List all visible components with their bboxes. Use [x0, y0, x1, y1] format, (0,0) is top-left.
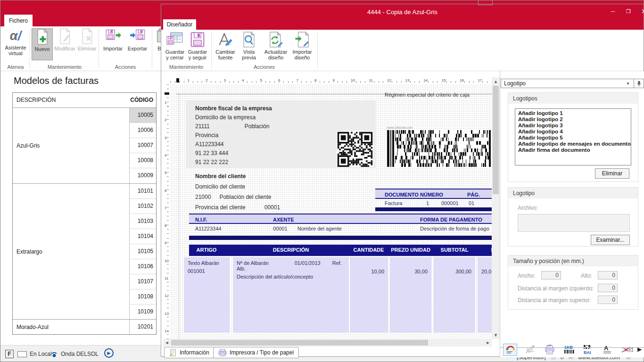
- model-code-cell[interactable]: 10007: [130, 138, 156, 153]
- examinar-button[interactable]: Examinar...: [591, 235, 630, 245]
- pin-button[interactable]: [634, 79, 644, 88]
- logotipo-list-item[interactable]: Añadir firma del documento: [518, 147, 631, 153]
- f-badge[interactable]: F: [5, 350, 14, 358]
- logotipo-list-item[interactable]: Añadir logotipo de mensajes en documento…: [518, 141, 631, 147]
- doc-table-row[interactable]: Factura 1 000001 01: [375, 200, 492, 207]
- design-canvas[interactable]: Nombre fiscal de la empresa Domicilio de…: [170, 84, 492, 339]
- play-button[interactable]: ▶: [104, 348, 114, 358]
- model-code-cell[interactable]: 10008: [130, 153, 156, 168]
- logotipos-group: Logotipos Añadir logotipo 1Añadir logoti…: [508, 92, 638, 182]
- font-tool[interactable]: A: [600, 344, 614, 356]
- size-position-group: Tamaño y posición (en mm.) Ancho: 0 Alto…: [508, 255, 638, 310]
- vertical-scrollbar[interactable]: ▲ ▼: [492, 77, 500, 339]
- dist-sup-input[interactable]: 0: [598, 296, 618, 304]
- restore-button[interactable]: ❐: [621, 4, 636, 18]
- asistente-virtual-button[interactable]: α/ Asistentevirtual: [3, 28, 28, 56]
- scroll-down-icon[interactable]: ▼: [492, 331, 500, 339]
- doc-table-header[interactable]: DOCUMENTO NÚMERO PÁG.: [375, 189, 492, 199]
- barcode-2d[interactable]: [387, 130, 492, 167]
- horizontal-scroll-thumb[interactable]: [171, 340, 428, 346]
- items-col-dto[interactable]: 20,00: [478, 257, 492, 333]
- column-header-descripcion[interactable]: DESCRIPCIÓN: [17, 93, 56, 107]
- qr-code[interactable]: [337, 131, 373, 167]
- company-name: Nombre fiscal de la empresa: [195, 104, 376, 113]
- vista-previa-button[interactable]: Vistaprevia: [237, 32, 261, 60]
- importar-diseno-button[interactable]: Importardiseño: [289, 32, 316, 60]
- nif-table-row[interactable]: A11223344 00001 Nombre del agente Descri…: [189, 226, 492, 232]
- barcode-1kb-tool[interactable]: 1KB: [562, 344, 577, 356]
- horizontal-scrollbar[interactable]: ◄ ►: [163, 339, 492, 346]
- model-code-cell[interactable]: 10005: [130, 108, 156, 123]
- archivo-field[interactable]: [518, 214, 630, 232]
- model-code-cell[interactable]: 10106: [130, 259, 156, 274]
- model-description-cell[interactable]: Morado-Azul: [13, 320, 130, 334]
- items-table-header[interactable]: ARTIGO DESCRIPCIÓN CANTIDADE PREZO UNIDA…: [189, 245, 492, 256]
- tab-impresora[interactable]: Impresora / Tipo de papel: [213, 347, 299, 358]
- nav-left-icon[interactable]: ◁: [628, 346, 633, 353]
- scroll-up-icon[interactable]: ▲: [492, 77, 500, 85]
- nif-table-header[interactable]: N.I.F. AXENTE FORMA DE PAGAMENTO: [189, 214, 492, 224]
- h-ruler-number: 13: [405, 79, 410, 82]
- logo-tool[interactable]: [503, 344, 517, 356]
- model-description-cell[interactable]: Extralargo: [13, 184, 130, 319]
- printer-tool[interactable]: [543, 344, 557, 356]
- h-ruler-number: 6: [278, 79, 281, 82]
- chevron-down-icon[interactable]: ▼: [626, 82, 630, 86]
- items-col-cantidade[interactable]: 10,00: [350, 257, 388, 333]
- qr-bai-tool[interactable]: BAI: [581, 344, 595, 356]
- model-code-cell[interactable]: 10108: [130, 289, 156, 304]
- model-code-cell[interactable]: 10109: [130, 304, 156, 320]
- tab-disenador[interactable]: Diseñador: [163, 19, 196, 30]
- client-info-block[interactable]: Nombre del cliente Domicilio del cliente…: [195, 171, 374, 213]
- logotipo-list-item[interactable]: Añadir logotipo 1: [518, 110, 631, 116]
- model-code-cell[interactable]: 10104: [130, 229, 156, 244]
- model-code-cell[interactable]: 10105: [130, 244, 156, 259]
- vertical-scroll-thumb[interactable]: [493, 86, 499, 194]
- importar-button[interactable]: Importar: [101, 28, 125, 51]
- model-code-cell[interactable]: 10107: [130, 274, 156, 289]
- nav-right-icon[interactable]: ▶: [637, 346, 642, 353]
- logotipos-listbox[interactable]: Añadir logotipo 1Añadir logotipo 2Añadir…: [515, 108, 631, 165]
- model-code-cell[interactable]: 10103: [130, 214, 156, 229]
- h-ruler-margin-mark: [176, 78, 179, 82]
- scroll-right-icon[interactable]: ►: [484, 339, 492, 346]
- items-col-descripcion[interactable]: Nº de Albarán01/01/2013Ref. Alb. Descrip…: [233, 257, 349, 333]
- actualizar-diseno-button[interactable]: Actualizardiseño: [261, 32, 290, 60]
- column-header-codigo[interactable]: CÓDIGO: [130, 93, 153, 107]
- model-code-cell[interactable]: 10102: [130, 199, 156, 214]
- model-code-cell[interactable]: 10101: [130, 184, 156, 199]
- items-col-artigo[interactable]: Texto Albarán 001001: [184, 257, 230, 333]
- exportar-button[interactable]: Exportar: [125, 28, 149, 51]
- window-icon[interactable]: [17, 351, 27, 357]
- designer-title-bar[interactable]: 4444 - Copia de Azul-Gris: [161, 4, 644, 19]
- items-col-subtotal[interactable]: 300,00: [434, 257, 475, 333]
- logotipo-list-item[interactable]: Añadir logotipo 4: [518, 129, 631, 135]
- logotipo-group-title: Logotipo: [508, 188, 638, 198]
- logotipo-list-item[interactable]: Añadir logotipo 2: [518, 116, 631, 123]
- signature-tool[interactable]: [523, 344, 537, 356]
- alto-input[interactable]: 0: [598, 271, 618, 280]
- tab-informacion[interactable]: Información: [164, 347, 215, 358]
- model-code-cell[interactable]: 10006: [130, 123, 156, 138]
- close-button[interactable]: ✕: [636, 4, 644, 18]
- cambiar-fuente-button[interactable]: Cambiarfuente: [212, 32, 239, 60]
- designer-ribbon: Guardary cerrar Guardary seguir Cambiarf…: [161, 30, 644, 71]
- tab-fichero[interactable]: Fichero: [4, 15, 33, 26]
- scroll-left-icon[interactable]: ◄: [163, 339, 171, 346]
- eliminar-logo-button[interactable]: Eliminar: [595, 168, 629, 179]
- items-col-prezo[interactable]: 30,00: [390, 257, 431, 333]
- nuevo-button[interactable]: Nuevo: [32, 28, 53, 60]
- model-description-cell[interactable]: Azul-Gris: [13, 108, 130, 183]
- logotipo-list-item[interactable]: Añadir logotipo 3: [518, 123, 631, 129]
- h-ruler-number: 11: [369, 79, 373, 82]
- dist-izq-input[interactable]: 0: [598, 284, 618, 292]
- h-ruler-number: 15: [441, 79, 446, 82]
- logotipo-list-item[interactable]: Añadir logotipo 5: [518, 135, 631, 141]
- guardar-seguir-button[interactable]: Guardary seguir: [184, 32, 211, 60]
- model-code-cell[interactable]: 10201: [130, 320, 156, 335]
- panel-selector-dropdown[interactable]: Logotipo ▼: [501, 79, 634, 88]
- caja-note[interactable]: Régimen especial del criterio de caja: [385, 92, 470, 98]
- minimize-button[interactable]: ─: [605, 4, 620, 18]
- model-code-cell[interactable]: 10009: [130, 168, 156, 183]
- ancho-input[interactable]: 0: [541, 271, 561, 280]
